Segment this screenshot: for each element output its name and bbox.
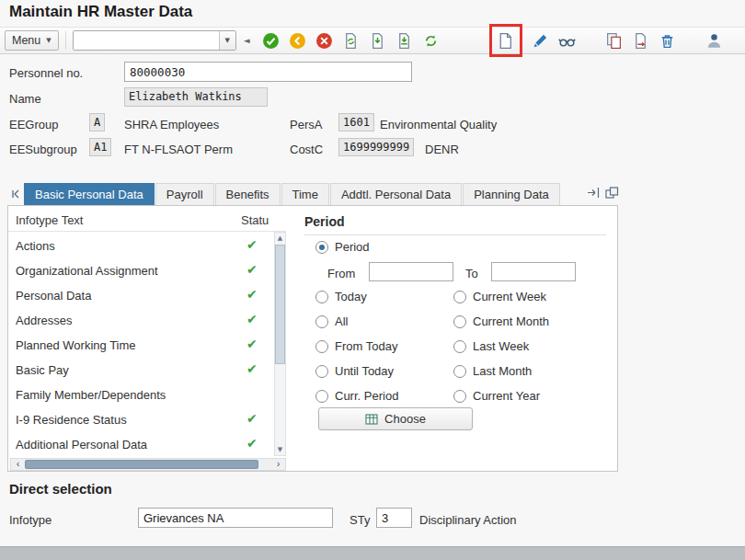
scroll-down-icon[interactable]: ▼ (275, 446, 285, 453)
menu-button-label: Menu (12, 34, 40, 47)
enter-icon[interactable] (259, 29, 283, 52)
radio-last-week[interactable]: Last Week (453, 339, 529, 353)
tab-planning-data[interactable]: Planning Data (463, 183, 560, 205)
direct-selection-heading: Direct selection (9, 481, 112, 497)
radio-label: Last Week (473, 339, 529, 353)
table-row-family-member-dependents[interactable]: Family Member/Dependents (8, 383, 272, 407)
radio-today[interactable]: Today (315, 290, 367, 303)
cancel-icon-glyph (315, 32, 333, 50)
infotype-text: Addresses (16, 314, 72, 327)
status-column-header: Statu (241, 213, 269, 227)
table-horizontal-scrollbar[interactable]: ‹ › (10, 458, 286, 471)
table-row-organizational-assignment[interactable]: Organizational Assignment ✔ (8, 258, 272, 283)
refresh-icon[interactable] (419, 29, 443, 52)
radio-label: Today (335, 290, 367, 303)
infotype-text: Personal Data (16, 289, 91, 303)
radio-button-icon (315, 315, 328, 328)
table-row-actions[interactable]: Actions ✔ (8, 234, 272, 258)
radio-button-icon (315, 291, 328, 303)
from-label: From (327, 267, 355, 280)
back-icon[interactable] (286, 29, 310, 52)
costc-code-field: 1699999999 (338, 138, 414, 156)
radio-from-today[interactable]: From Today (315, 339, 397, 353)
import-icon-glyph (369, 32, 386, 50)
table-row-personal-data[interactable]: Personal Data ✔ (8, 283, 272, 308)
scroll-left-icon[interactable]: ‹ (12, 458, 24, 469)
persa-code-field: 1601 (338, 113, 374, 131)
table-row-i9-residence-status[interactable]: I-9 Residence Status ✔ (8, 407, 272, 432)
infotype-label: Infotype (9, 513, 52, 527)
import-icon[interactable] (366, 29, 390, 52)
radio-current-week[interactable]: Current Week (453, 290, 546, 303)
radio-period[interactable]: Period (315, 240, 370, 254)
choose-button[interactable]: Choose (318, 407, 473, 430)
status-check-icon: ✔ (246, 262, 258, 277)
tab-basic-personal-data[interactable]: Basic Personal Data (24, 183, 155, 205)
table-row-planned-working-time[interactable]: Planned Working Time ✔ (8, 333, 272, 358)
radio-label: From Today (335, 339, 397, 353)
display-icon[interactable] (556, 29, 579, 52)
radio-button-icon (453, 390, 466, 403)
infotype-text: Organizational Assignment (16, 264, 158, 278)
cancel-icon[interactable] (313, 29, 337, 52)
horizontal-scroll-thumb[interactable] (25, 460, 258, 469)
status-check-icon: ✔ (246, 237, 258, 252)
create-icon[interactable] (494, 29, 518, 52)
eesubgroup-code-field: A1 (89, 138, 111, 156)
table-row-basic-pay[interactable]: Basic Pay ✔ (8, 358, 272, 383)
tab-addtl-personal-data[interactable]: Addtl. Personal Data (330, 183, 462, 205)
persa-text: Environmental Quality (380, 118, 497, 131)
copy-icon-glyph (605, 32, 623, 50)
radio-current-month[interactable]: Current Month (453, 314, 549, 328)
command-field[interactable]: ▼ (73, 30, 236, 51)
personnel-no-label: Personnel no. (9, 66, 83, 80)
personnel-no-input[interactable] (124, 62, 412, 82)
radio-last-month[interactable]: Last Month (453, 364, 532, 378)
period-from-input[interactable] (369, 262, 453, 281)
radio-button-icon (315, 390, 328, 403)
table-row-addresses[interactable]: Addresses ✔ (8, 308, 272, 333)
person-icon[interactable] (703, 29, 727, 52)
status-check-icon: ✔ (246, 361, 258, 376)
dock-panel-icon[interactable] (587, 187, 601, 201)
delete-icon[interactable] (656, 29, 680, 52)
tab-time[interactable]: Time (281, 183, 329, 205)
change-icon[interactable] (529, 29, 553, 52)
table-vertical-scrollbar[interactable]: ▲ ▼ (274, 232, 286, 456)
scroll-up-icon[interactable]: ▲ (275, 234, 285, 242)
delimit-icon[interactable] (629, 29, 653, 52)
sty-input[interactable] (376, 508, 412, 528)
costc-label: CostC (290, 143, 323, 156)
radio-button-icon (315, 340, 328, 353)
radio-until-today[interactable]: Until Today (315, 364, 394, 378)
radio-label: Period (335, 240, 370, 254)
radio-all[interactable]: All (315, 314, 348, 328)
collapse-toolbar-icon[interactable]: ◄ (244, 36, 250, 45)
radio-curr-period[interactable]: Curr. Period (315, 389, 398, 403)
copy-icon[interactable] (602, 29, 626, 52)
command-dropdown-button[interactable]: ▼ (219, 31, 235, 50)
period-to-input[interactable] (491, 262, 576, 281)
radio-label: Current Week (473, 290, 546, 303)
tab-benefits[interactable]: Benefits (215, 183, 281, 205)
detach-window-icon[interactable] (605, 187, 619, 201)
infotype-text: Additional Personal Data (16, 438, 147, 451)
export-icon[interactable] (393, 29, 417, 52)
basic-personal-data-panel: Infotype Text Statu Actions ✔ Organizati… (7, 205, 618, 472)
vertical-scroll-thumb[interactable] (275, 245, 285, 364)
command-input[interactable] (74, 31, 219, 50)
scroll-right-icon[interactable]: › (272, 458, 284, 469)
choose-grid-icon (365, 413, 378, 426)
table-row-additional-personal-data[interactable]: Additional Personal Data ✔ (8, 432, 272, 457)
menu-button[interactable]: Menu ▼ (5, 30, 59, 51)
tab-scroll-left-icon[interactable] (7, 183, 24, 205)
radio-current-year[interactable]: Current Year (453, 389, 540, 403)
print-icon[interactable] (339, 29, 363, 52)
tab-scroll-left-glyph (10, 189, 21, 200)
status-check-icon: ✔ (246, 411, 258, 426)
tab-payroll[interactable]: Payroll (155, 183, 214, 205)
eegroup-code-field: A (89, 113, 105, 131)
name-label: Name (9, 92, 41, 106)
maintain-hr-master-data-window: Maintain HR Master Data Menu ▼ ▼ ◄ (0, 0, 745, 560)
infotype-input[interactable] (138, 508, 333, 528)
